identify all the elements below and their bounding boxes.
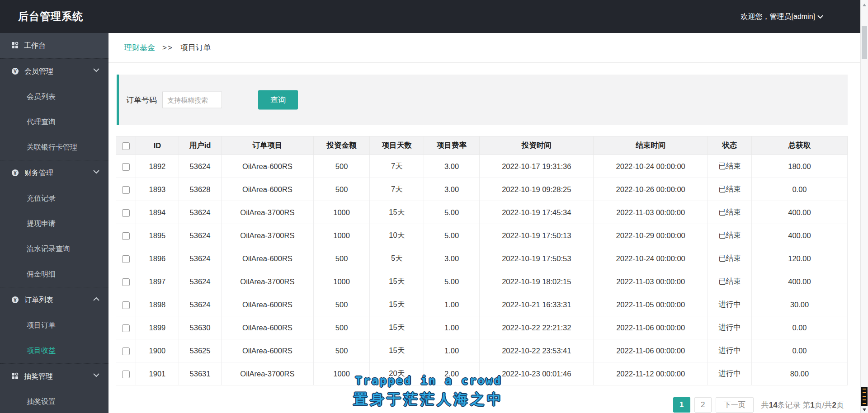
order-number-input[interactable] — [162, 92, 222, 108]
row-checkbox-cell — [116, 155, 136, 178]
next-page-button[interactable]: 下一页 — [716, 397, 754, 413]
cell-invest_time: 2022-10-23 00:01:46 — [480, 362, 594, 385]
column-header: 项目费率 — [424, 136, 480, 155]
cell-id: 1892 — [136, 155, 179, 178]
cell-end_time: 2022-10-24 00:00:00 — [594, 247, 708, 270]
sidebar-item[interactable]: ¥财务管理 — [0, 160, 108, 186]
scrollbar-up-icon[interactable] — [863, 4, 866, 6]
cell-invest_time: 2022-10-22 23:53:41 — [480, 339, 594, 362]
sidebar-item[interactable]: ¥订单列表 — [0, 287, 108, 313]
sidebar-item[interactable]: 项目订单 — [0, 313, 108, 338]
cell-invest_time: 2022-10-19 17:50:13 — [480, 224, 594, 247]
cell-rate: 1.00 — [424, 293, 480, 316]
page-button[interactable]: 2 — [694, 397, 712, 413]
cell-amount: 500 — [313, 247, 370, 270]
cell-id: 1895 — [136, 224, 179, 247]
table-row: 189953630OilArea-600RS50015天1.002022-10-… — [116, 316, 848, 339]
scrollbar-thumb[interactable] — [862, 26, 867, 59]
table-header-row: ID用户id订单项目投资金额项目天数项目费率投资时间结束时间状态总获取 — [116, 136, 848, 155]
cell-rate: 1.00 — [424, 339, 480, 362]
cell-invest_time: 2022-10-17 19:31:36 — [480, 155, 594, 178]
sidebar-item[interactable]: 抽奖设置 — [0, 389, 108, 413]
cell-amount: 1000 — [313, 224, 370, 247]
records-info-part: 1 — [810, 401, 814, 409]
table-body: 189253624OilArea-600RS5007天3.002022-10-1… — [116, 155, 848, 385]
page-button[interactable]: 1 — [673, 397, 690, 413]
table-row: 190053625OilArea-600RS50015天1.002022-10-… — [116, 339, 848, 362]
sidebar-item[interactable]: 关联银行卡管理 — [0, 135, 108, 160]
table-row: 189853624OilArea-600RS50015天1.002022-10-… — [116, 293, 848, 316]
breadcrumb-current: 项目订单 — [180, 43, 211, 52]
sidebar-item[interactable]: V会员管理 — [0, 59, 108, 84]
sidebar-menu: 工作台V会员管理会员列表代理查询关联银行卡管理¥财务管理充值记录提现申请流水记录… — [0, 33, 108, 413]
cell-total: 400.00 — [751, 201, 847, 224]
user-menu[interactable]: 欢迎您，管理员[admin] — [741, 0, 823, 33]
breadcrumb-section-link[interactable]: 理财基金 — [124, 43, 155, 52]
app-title: 后台管理系统 — [18, 0, 83, 33]
records-info: 共14条记录 第1页/共2页 — [761, 400, 844, 410]
sidebar-item[interactable]: 流水记录查询 — [0, 236, 108, 262]
scrollbar-down-icon[interactable] — [863, 408, 866, 411]
select-all-checkbox[interactable] — [122, 142, 130, 150]
sidebar-item[interactable]: 工作台 — [0, 33, 108, 58]
column-header: 投资时间 — [480, 136, 594, 155]
row-checkbox[interactable] — [122, 371, 130, 378]
cell-end_time: 2022-10-26 00:00:00 — [594, 178, 708, 201]
row-checkbox[interactable] — [122, 347, 130, 355]
cell-item: OilArea-600RS — [221, 155, 313, 178]
cell-end_time: 2022-11-06 00:00:00 — [594, 339, 708, 362]
sidebar-item[interactable]: 项目收益 — [0, 338, 108, 363]
sidebar-item-label: 项目收益 — [27, 347, 56, 354]
row-checkbox[interactable] — [122, 324, 130, 332]
cell-rate: 1.00 — [424, 316, 480, 339]
sidebar-item[interactable]: 提现申请 — [0, 211, 108, 236]
column-header: 状态 — [708, 136, 751, 155]
search-button[interactable]: 查询 — [258, 90, 298, 110]
row-checkbox[interactable] — [122, 232, 130, 240]
orders-table: ID用户id订单项目投资金额项目天数项目费率投资时间结束时间状态总获取 1892… — [116, 136, 848, 385]
cell-item: OilArea-600RS — [221, 293, 313, 316]
breadcrumb-separator: >> — [162, 43, 173, 52]
sidebar-item-label: 订单列表 — [24, 296, 53, 304]
cell-status: 进行中 — [708, 362, 751, 385]
cell-user_id: 53630 — [179, 316, 222, 339]
cell-id: 1894 — [136, 201, 179, 224]
cell-status: 已结束 — [708, 178, 751, 201]
row-checkbox[interactable] — [122, 301, 130, 309]
select-all-cell — [116, 136, 136, 155]
sidebar-item[interactable]: 代理查询 — [0, 109, 108, 135]
svg-text:¥: ¥ — [14, 297, 17, 303]
column-header: 结束时间 — [594, 136, 708, 155]
cell-rate: 5.00 — [424, 201, 480, 224]
sidebar-item-label: 财务管理 — [24, 169, 53, 177]
cell-total: 0.00 — [751, 316, 847, 339]
sidebar-item-label: 工作台 — [24, 42, 46, 49]
cell-item: OilArea-3700RS — [221, 270, 313, 293]
table-row: 189253624OilArea-600RS5007天3.002022-10-1… — [116, 155, 848, 178]
row-checkbox-cell — [116, 316, 136, 339]
sidebar: 工作台V会员管理会员列表代理查询关联银行卡管理¥财务管理充值记录提现申请流水记录… — [0, 33, 108, 413]
sidebar-item[interactable]: 佣金明细 — [0, 262, 108, 287]
sidebar-item[interactable]: 抽奖管理 — [0, 364, 108, 389]
cell-user_id: 53624 — [179, 270, 222, 293]
row-checkbox[interactable] — [122, 163, 130, 171]
cell-days: 15天 — [370, 270, 424, 293]
table-row: 189553624OilArea-3700RS100010天5.002022-1… — [116, 224, 848, 247]
pagination: 12下一页共14条记录 第1页/共2页 — [108, 397, 844, 413]
cell-user_id: 53624 — [179, 201, 222, 224]
row-checkbox[interactable] — [122, 186, 130, 194]
sidebar-item[interactable]: 会员列表 — [0, 84, 108, 109]
cell-status: 已结束 — [708, 270, 751, 293]
row-checkbox-cell — [116, 178, 136, 201]
column-header: ID — [136, 136, 179, 155]
svg-text:¥: ¥ — [14, 170, 17, 176]
sidebar-item-label: 会员管理 — [24, 67, 53, 75]
scrollbar[interactable] — [860, 0, 868, 413]
cell-user_id: 53631 — [179, 362, 222, 385]
row-checkbox[interactable] — [122, 209, 130, 217]
row-checkbox[interactable] — [122, 278, 130, 286]
cell-end_time: 2022-11-03 00:00:00 — [594, 201, 708, 224]
cell-end_time: 2022-10-24 00:00:00 — [594, 155, 708, 178]
row-checkbox[interactable] — [122, 255, 130, 263]
sidebar-item[interactable]: 充值记录 — [0, 186, 108, 211]
